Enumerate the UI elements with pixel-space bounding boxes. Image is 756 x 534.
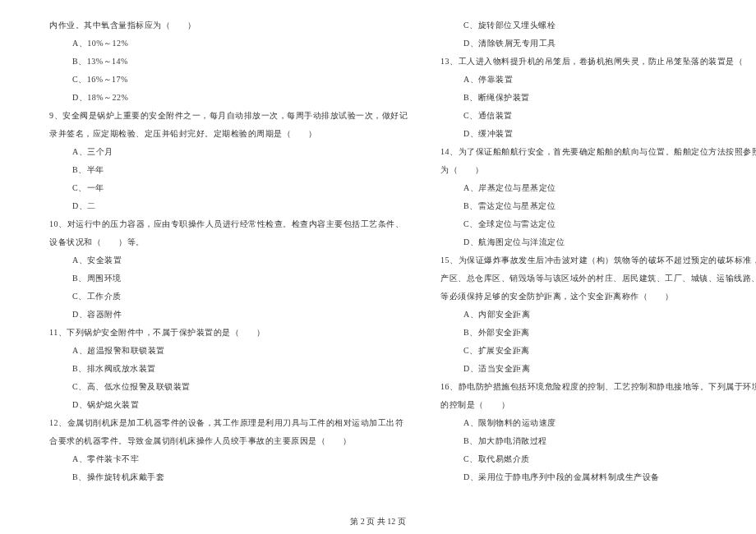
question-line: 13、工人进入物料提升机的吊笼后，卷扬机抱闸失灵，防止吊笼坠落的装置是（ ） bbox=[440, 53, 756, 71]
option-line: B、周围环境 bbox=[49, 269, 408, 288]
option-line: B、加大静电消散过程 bbox=[440, 432, 756, 450]
option-line: B、半年 bbox=[49, 161, 408, 179]
option-line: B、排水阀或放水装置 bbox=[49, 360, 408, 378]
option-line: B、雷达定位与星基定位 bbox=[440, 197, 756, 215]
question-line: 10、对运行中的压力容器，应由专职操作人员进行经常性检查。检查内容主要包括工艺条… bbox=[49, 215, 408, 233]
option-line: A、停靠装置 bbox=[440, 71, 756, 89]
option-line: C、通信装置 bbox=[440, 107, 756, 125]
option-line: A、10%～12% bbox=[49, 35, 408, 53]
option-line: B、外部安全距离 bbox=[440, 324, 756, 342]
option-line: D、清除铁屑无专用工具 bbox=[440, 35, 756, 53]
question-line: 合要求的机器零件。导致金属切削机床操作人员绞手事故的主要原因是（ ） bbox=[49, 432, 408, 450]
option-line: D、锅炉熄火装置 bbox=[49, 396, 408, 414]
option-line: C、一年 bbox=[49, 179, 408, 197]
text-line: 内作业。其中氧含量指标应为（ ） bbox=[49, 16, 408, 35]
option-line: D、二 bbox=[49, 197, 408, 215]
question-line: 设备状况和（ ）等。 bbox=[49, 233, 408, 251]
option-line: A、三个月 bbox=[49, 143, 408, 161]
option-line: C、旋转部位又埋头螺栓 bbox=[440, 16, 756, 35]
question-line: 12、金属切削机床是加工机器零件的设备，其工作原理是利用刀具与工件的相对运动加工… bbox=[49, 414, 408, 432]
option-line: A、零件装卡不牢 bbox=[49, 450, 408, 468]
question-line: 14、为了保证船舶航行安全，首先要确定船舶的航向与位置。船舶定位方法按照参照目标… bbox=[440, 143, 756, 161]
option-line: C、扩展安全距离 bbox=[440, 342, 756, 360]
option-line: D、容器附件 bbox=[49, 306, 408, 324]
option-line: B、13%～14% bbox=[49, 53, 408, 71]
option-line: D、适当安全距离 bbox=[440, 360, 756, 378]
option-line: C、高、低水位报警及联锁装置 bbox=[49, 378, 408, 396]
question-line: 产区、总仓库区、销毁场等与该区域外的村庄、居民建筑、工厂、城镇、运输线路、输电线… bbox=[440, 269, 756, 288]
option-line: A、内部安全距离 bbox=[440, 306, 756, 324]
option-line: D、缓冲装置 bbox=[440, 125, 756, 143]
question-line: 等必须保持足够的安全防护距离，这个安全距离称作（ ） bbox=[440, 288, 756, 306]
option-line: A、安全装置 bbox=[49, 251, 408, 269]
page-footer: 第 2 页 共 12 页 bbox=[0, 516, 756, 527]
option-line: A、岸基定位与星基定位 bbox=[440, 179, 756, 197]
option-line: A、限制物料的运动速度 bbox=[440, 414, 756, 432]
question-line: 的控制是（ ） bbox=[440, 396, 756, 414]
option-line: D、18%～22% bbox=[49, 89, 408, 107]
option-line: D、航海图定位与洋流定位 bbox=[440, 233, 756, 251]
option-line: C、取代易燃介质 bbox=[440, 450, 756, 468]
question-line: 9、安全阀是锅炉上重要的安全附件之一，每月自动排放一次，每周手动排放试验一次，做… bbox=[49, 107, 408, 125]
option-line: D、采用位于静电序列中段的金属材料制成生产设备 bbox=[440, 468, 756, 486]
option-line: A、超温报警和联锁装置 bbox=[49, 342, 408, 360]
question-line: 16、静电防护措施包括环境危险程度的控制、工艺控制和静电接地等。下列属于环境危险… bbox=[440, 378, 756, 396]
option-line: C、16%～17% bbox=[49, 71, 408, 89]
question-line: 15、为保证爆炸事故发生后冲击波对建（构）筑物等的破坏不超过预定的破坏标准，危险… bbox=[440, 251, 756, 269]
right-column: C、旋转部位又埋头螺栓 D、清除铁屑无专用工具 13、工人进入物料提升机的吊笼后… bbox=[440, 16, 756, 501]
option-line: C、全球定位与雷达定位 bbox=[440, 215, 756, 233]
option-line: B、操作旋转机床戴手套 bbox=[49, 468, 408, 486]
question-line: 为（ ） bbox=[440, 161, 756, 179]
question-line: 11、下列锅炉安全附件中，不属于保护装置的是（ ） bbox=[49, 324, 408, 342]
page-container: 内作业。其中氧含量指标应为（ ） A、10%～12% B、13%～14% C、1… bbox=[49, 16, 707, 501]
option-line: C、工作介质 bbox=[49, 288, 408, 306]
left-column: 内作业。其中氧含量指标应为（ ） A、10%～12% B、13%～14% C、1… bbox=[49, 16, 408, 501]
option-line: B、断绳保护装置 bbox=[440, 89, 756, 107]
question-line: 录并签名，应定期检验、定压并铅封完好。定期检验的周期是（ ） bbox=[49, 125, 408, 143]
